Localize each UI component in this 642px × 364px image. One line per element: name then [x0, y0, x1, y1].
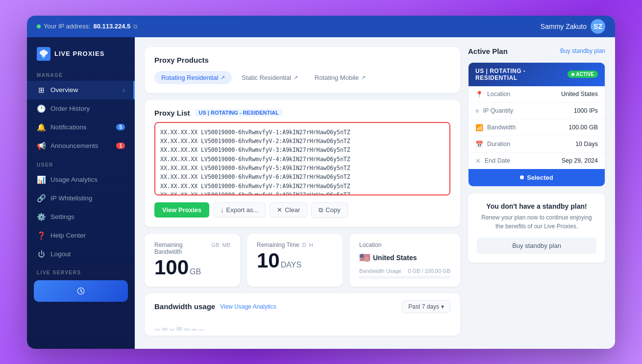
- proxy-tabs: Rotating Residential ↗ Static Residentia…: [154, 71, 450, 84]
- bandwidth-unit-mb: MB: [222, 242, 231, 248]
- sidebar-label-logout: Logout: [50, 250, 71, 258]
- standby-description: Renew your plan now to continue enjoying…: [477, 213, 596, 231]
- bandwidth-usage-card: Bandwidth usage View Usage Analytics Pas…: [145, 293, 460, 336]
- content-area: Proxy Products Rotating Residential ↗ St…: [135, 37, 615, 349]
- tab-rotating-residential-label: Rotating Residential: [161, 74, 218, 81]
- buy-standby-button[interactable]: Buy standby plan: [477, 238, 596, 254]
- right-panel: Active Plan Buy standby plan US | ROTATI…: [468, 47, 605, 339]
- active-chevron: ›: [123, 86, 125, 95]
- time-unit-d: D: [302, 242, 306, 248]
- order-history-icon: 🕐: [37, 104, 46, 113]
- plan-row-location: 📍 Location United States: [469, 86, 605, 103]
- logout-icon: ⏻: [37, 250, 46, 258]
- user-section-label: USER: [27, 155, 135, 170]
- sidebar-item-settings[interactable]: ⚙️ Settings: [27, 208, 135, 226]
- sidebar-item-ip-whitelisting[interactable]: 🔗 IP Whitelisting: [27, 189, 135, 208]
- ip-info: Your IP address: 80.113.224.5 ⧉: [37, 23, 138, 30]
- view-proxies-button[interactable]: View Proxies: [154, 202, 209, 218]
- bandwidth-card: Remaining Bandwidth GB MB 100GB: [145, 234, 240, 287]
- proxy-list-tag: US | ROTATING - RESIDENTIAL: [195, 109, 283, 117]
- clear-icon: ✕: [277, 206, 282, 214]
- plan-end-date-value: Sep 29, 2024: [562, 157, 598, 164]
- proxy-list-textarea[interactable]: [154, 122, 450, 195]
- active-plan-header: Active Plan Buy standby plan: [468, 47, 605, 55]
- bw-usage-title: Bandwidth usage: [154, 302, 215, 311]
- plan-row-bandwidth: 📶 Bandwidth 100.00 GB: [469, 120, 605, 136]
- active-plan-title: Active Plan: [468, 47, 508, 55]
- sidebar-item-logout[interactable]: ⏻ Logout: [27, 245, 135, 263]
- plan-selected-button[interactable]: Selected: [469, 169, 605, 186]
- clear-button[interactable]: ✕ Clear: [270, 202, 307, 218]
- duration-row-icon: 📅: [475, 141, 483, 148]
- tab-rotating-residential[interactable]: Rotating Residential ↗: [154, 71, 232, 84]
- sidebar-label-overview: Overview: [50, 86, 78, 94]
- active-label: ACTIVE: [576, 72, 594, 77]
- bandwidth-usage-label: Bandwidth Usage 0 GB / 100.00 GB: [359, 268, 450, 274]
- top-bar: Your IP address: 80.113.224.5 ⧉ Sammy Za…: [27, 16, 615, 37]
- plan-details: 📍 Location United States ≡ IP Quantity 1…: [469, 86, 605, 169]
- bandwidth-unit-display: GB: [190, 267, 201, 276]
- plan-active-badge: ACTIVE: [568, 71, 598, 78]
- ip-address: 80.113.224.5: [93, 23, 130, 30]
- selected-label: Selected: [527, 174, 553, 181]
- location-country: 🇺🇸 United States: [359, 252, 450, 263]
- status-dot: [37, 24, 41, 28]
- tab-static-residential-arrow: ↗: [294, 74, 298, 81]
- active-dot: [571, 73, 574, 76]
- logo-area: LIVE PROXIES: [27, 37, 135, 66]
- manage-section-label: MANAGE: [27, 66, 135, 81]
- plan-bandwidth-value: 100.00 GB: [568, 124, 598, 131]
- proxy-actions: View Proxies ↓ Export as... ✕ Clear ⧉ Co…: [154, 202, 450, 218]
- bandwidth-value: 100GB: [154, 256, 230, 279]
- copy-icon[interactable]: ⧉: [133, 23, 138, 30]
- sidebar-item-order-history[interactable]: 🕐 Order History: [27, 99, 135, 118]
- export-icon: ↓: [221, 206, 224, 214]
- avatar[interactable]: SZ: [591, 19, 605, 34]
- plan-row-duration: 📅 Duration 10 Days: [469, 136, 605, 153]
- sidebar-item-usage-analytics[interactable]: 📊 Usage Analytics: [27, 170, 135, 189]
- copy-label: Copy: [325, 206, 340, 214]
- time-value: 10DAYS: [257, 249, 333, 272]
- main-layout: LIVE PROXIES MANAGE ⊞ Overview › 🕐 Order…: [27, 37, 615, 349]
- sidebar-label-settings: Settings: [50, 213, 74, 220]
- end-date-row-icon: ✕: [475, 157, 481, 165]
- clear-label: Clear: [285, 206, 300, 214]
- location-card: Location 🇺🇸 United States Bandwidth Usag…: [349, 234, 460, 287]
- main-content: Proxy Products Rotating Residential ↗ St…: [145, 47, 460, 339]
- sidebar-item-announcements[interactable]: 📢 Announcements 1: [27, 137, 135, 155]
- sidebar: LIVE PROXIES MANAGE ⊞ Overview › 🕐 Order…: [27, 37, 135, 349]
- sidebar-item-overview[interactable]: ⊞ Overview ›: [27, 81, 135, 99]
- time-card: Remaining Time D H 10DAYS: [247, 234, 343, 287]
- live-servers-widget[interactable]: [34, 280, 128, 302]
- tab-rotating-mobile-arrow: ↗: [361, 74, 366, 81]
- usage-chart-placeholder: [154, 316, 450, 331]
- period-chevron: ▾: [441, 303, 444, 310]
- bandwidth-usage-value: 0 GB / 100.00 GB: [408, 268, 450, 274]
- plan-card-header: US | ROTATING - RESIDENTIAL ACTIVE: [469, 63, 605, 86]
- time-title: Remaining Time D H: [257, 242, 333, 248]
- country-name: United States: [373, 254, 417, 262]
- tab-rotating-mobile[interactable]: Rotating Mobile ↗: [308, 71, 372, 84]
- export-button[interactable]: ↓ Export as...: [213, 202, 266, 218]
- usage-analytics-icon: 📊: [37, 175, 46, 184]
- sidebar-item-notifications[interactable]: 🔔 Notifications 5: [27, 118, 135, 137]
- app-window: Your IP address: 80.113.224.5 ⧉ Sammy Za…: [27, 16, 615, 349]
- user-name: Sammy Zakuto: [541, 23, 587, 30]
- plan-name: US | ROTATING - RESIDENTIAL: [475, 68, 568, 81]
- tab-static-residential[interactable]: Static Residential ↗: [235, 71, 304, 84]
- copy-button[interactable]: ⧉ Copy: [311, 202, 347, 218]
- bandwidth-unit-gb: GB: [212, 242, 220, 248]
- notifications-badge: 5: [116, 124, 125, 130]
- period-selector-button[interactable]: Past 7 days ▾: [402, 300, 450, 313]
- standby-title: You don't have a standby plan!: [477, 202, 596, 210]
- live-servers-label: LIVE SERVERS: [27, 263, 135, 278]
- time-unit-h: H: [309, 242, 313, 248]
- plan-duration-value: 10 Days: [575, 141, 598, 147]
- stats-row: Remaining Bandwidth GB MB 100GB Remainin…: [145, 234, 460, 287]
- sidebar-item-help-center[interactable]: ❓ Help Center: [27, 226, 135, 245]
- view-usage-analytics-link[interactable]: View Usage Analytics: [220, 303, 276, 310]
- bw-usage-header: Bandwidth usage View Usage Analytics Pas…: [154, 300, 450, 313]
- tab-rotating-mobile-label: Rotating Mobile: [315, 74, 359, 81]
- time-unit-display: DAYS: [281, 261, 301, 269]
- buy-standby-link[interactable]: Buy standby plan: [560, 48, 605, 54]
